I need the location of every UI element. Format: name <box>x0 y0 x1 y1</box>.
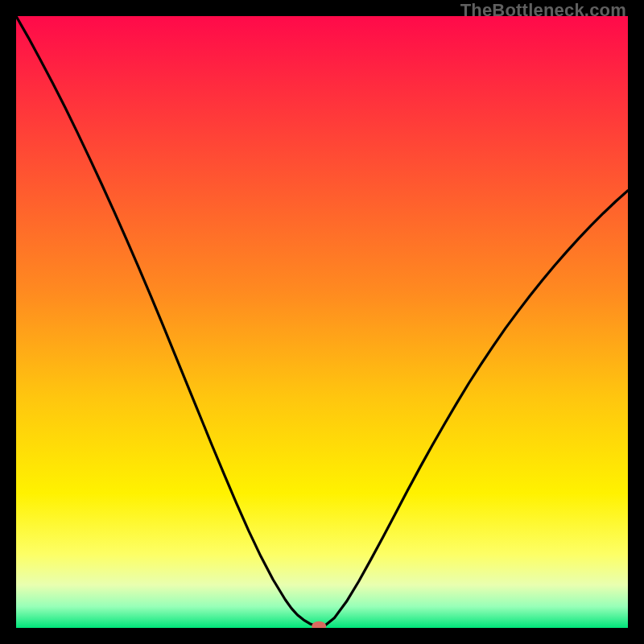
chart-frame <box>16 16 628 628</box>
chart-svg <box>16 16 628 628</box>
chart-background <box>16 16 628 628</box>
watermark-text: TheBottleneck.com <box>460 0 626 21</box>
